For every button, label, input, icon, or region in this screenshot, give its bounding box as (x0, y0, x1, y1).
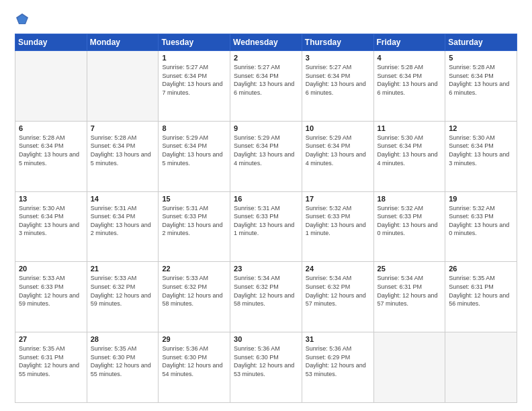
day-number: 7 (91, 124, 155, 132)
calendar-day-cell: 1Sunrise: 5:27 AM Sunset: 6:34 PM Daylig… (159, 51, 230, 122)
day-info: Sunrise: 5:29 AM Sunset: 6:34 PM Dayligh… (306, 134, 370, 167)
day-number: 21 (91, 265, 155, 273)
day-info: Sunrise: 5:27 AM Sunset: 6:34 PM Dayligh… (306, 63, 370, 97)
day-number: 6 (19, 124, 83, 132)
calendar-week-row: 20Sunrise: 5:33 AM Sunset: 6:33 PM Dayli… (15, 262, 517, 332)
day-number: 1 (162, 54, 226, 62)
day-info: Sunrise: 5:35 AM Sunset: 6:31 PM Dayligh… (449, 274, 513, 308)
calendar-week-row: 27Sunrise: 5:35 AM Sunset: 6:31 PM Dayli… (15, 332, 517, 403)
day-number: 27 (19, 335, 83, 343)
calendar-day-cell (15, 51, 87, 122)
calendar-day-cell: 2Sunrise: 5:27 AM Sunset: 6:34 PM Daylig… (230, 51, 302, 122)
calendar-day-cell: 30Sunrise: 5:36 AM Sunset: 6:30 PM Dayli… (230, 332, 302, 403)
day-info: Sunrise: 5:31 AM Sunset: 6:34 PM Dayligh… (91, 204, 155, 238)
day-info: Sunrise: 5:35 AM Sunset: 6:31 PM Dayligh… (19, 345, 83, 378)
weekday-header-cell: Tuesday (159, 34, 230, 51)
day-info: Sunrise: 5:32 AM Sunset: 6:33 PM Dayligh… (306, 204, 370, 238)
day-info: Sunrise: 5:29 AM Sunset: 6:34 PM Dayligh… (162, 134, 226, 167)
calendar-day-cell: 4Sunrise: 5:28 AM Sunset: 6:34 PM Daylig… (373, 51, 445, 122)
day-number: 8 (162, 124, 226, 132)
calendar-day-cell: 8Sunrise: 5:29 AM Sunset: 6:34 PM Daylig… (159, 121, 230, 191)
calendar-day-cell: 20Sunrise: 5:33 AM Sunset: 6:33 PM Dayli… (15, 262, 87, 332)
calendar-day-cell: 12Sunrise: 5:30 AM Sunset: 6:34 PM Dayli… (445, 121, 517, 191)
calendar-day-cell: 24Sunrise: 5:34 AM Sunset: 6:32 PM Dayli… (302, 262, 373, 332)
calendar-day-cell: 16Sunrise: 5:31 AM Sunset: 6:33 PM Dayli… (230, 191, 302, 262)
calendar-day-cell: 17Sunrise: 5:32 AM Sunset: 6:33 PM Dayli… (302, 191, 373, 262)
calendar-day-cell: 28Sunrise: 5:35 AM Sunset: 6:30 PM Dayli… (87, 332, 159, 403)
calendar-day-cell (87, 51, 159, 122)
day-info: Sunrise: 5:33 AM Sunset: 6:33 PM Dayligh… (19, 274, 83, 308)
calendar-day-cell: 13Sunrise: 5:30 AM Sunset: 6:34 PM Dayli… (15, 191, 87, 262)
day-info: Sunrise: 5:28 AM Sunset: 6:34 PM Dayligh… (449, 63, 513, 97)
day-number: 17 (306, 195, 370, 203)
weekday-header-row: SundayMondayTuesdayWednesdayThursdayFrid… (15, 34, 517, 51)
day-info: Sunrise: 5:36 AM Sunset: 6:29 PM Dayligh… (306, 345, 370, 378)
day-info: Sunrise: 5:32 AM Sunset: 6:33 PM Dayligh… (378, 204, 442, 238)
day-number: 30 (234, 335, 298, 343)
calendar-day-cell: 26Sunrise: 5:35 AM Sunset: 6:31 PM Dayli… (445, 262, 517, 332)
calendar-day-cell: 22Sunrise: 5:33 AM Sunset: 6:32 PM Dayli… (159, 262, 230, 332)
day-info: Sunrise: 5:30 AM Sunset: 6:34 PM Dayligh… (378, 134, 442, 167)
day-number: 26 (449, 265, 513, 273)
weekday-header-cell: Wednesday (230, 34, 302, 51)
calendar-day-cell: 15Sunrise: 5:31 AM Sunset: 6:33 PM Dayli… (159, 191, 230, 262)
calendar-day-cell: 19Sunrise: 5:32 AM Sunset: 6:33 PM Dayli… (445, 191, 517, 262)
day-info: Sunrise: 5:35 AM Sunset: 6:30 PM Dayligh… (91, 345, 155, 378)
day-info: Sunrise: 5:27 AM Sunset: 6:34 PM Dayligh… (234, 63, 298, 97)
calendar-day-cell: 5Sunrise: 5:28 AM Sunset: 6:34 PM Daylig… (445, 51, 517, 122)
day-info: Sunrise: 5:36 AM Sunset: 6:30 PM Dayligh… (234, 345, 298, 378)
day-info: Sunrise: 5:30 AM Sunset: 6:34 PM Dayligh… (449, 134, 513, 167)
weekday-header-cell: Friday (373, 34, 445, 51)
day-number: 4 (378, 54, 442, 62)
day-number: 20 (19, 265, 83, 273)
calendar-day-cell: 18Sunrise: 5:32 AM Sunset: 6:33 PM Dayli… (373, 191, 445, 262)
calendar-day-cell: 23Sunrise: 5:34 AM Sunset: 6:32 PM Dayli… (230, 262, 302, 332)
day-number: 2 (234, 54, 298, 62)
day-number: 5 (449, 54, 513, 62)
calendar-day-cell: 9Sunrise: 5:29 AM Sunset: 6:34 PM Daylig… (230, 121, 302, 191)
day-info: Sunrise: 5:36 AM Sunset: 6:30 PM Dayligh… (162, 345, 226, 378)
calendar-week-row: 13Sunrise: 5:30 AM Sunset: 6:34 PM Dayli… (15, 191, 517, 262)
day-number: 28 (91, 335, 155, 343)
day-number: 14 (91, 195, 155, 203)
day-info: Sunrise: 5:28 AM Sunset: 6:34 PM Dayligh… (91, 134, 155, 167)
day-number: 18 (378, 195, 442, 203)
calendar-body: 1Sunrise: 5:27 AM Sunset: 6:34 PM Daylig… (15, 51, 517, 403)
weekday-header-cell: Monday (87, 34, 159, 51)
day-info: Sunrise: 5:28 AM Sunset: 6:34 PM Dayligh… (378, 63, 442, 97)
weekday-header-cell: Sunday (15, 34, 87, 51)
day-info: Sunrise: 5:28 AM Sunset: 6:34 PM Dayligh… (19, 134, 83, 167)
day-number: 11 (378, 124, 442, 132)
day-number: 23 (234, 265, 298, 273)
calendar-day-cell: 6Sunrise: 5:28 AM Sunset: 6:34 PM Daylig… (15, 121, 87, 191)
calendar-day-cell: 31Sunrise: 5:36 AM Sunset: 6:29 PM Dayli… (302, 332, 373, 403)
day-number: 31 (306, 335, 370, 343)
day-info: Sunrise: 5:33 AM Sunset: 6:32 PM Dayligh… (91, 274, 155, 308)
calendar-day-cell: 27Sunrise: 5:35 AM Sunset: 6:31 PM Dayli… (15, 332, 87, 403)
calendar-day-cell: 21Sunrise: 5:33 AM Sunset: 6:32 PM Dayli… (87, 262, 159, 332)
day-number: 24 (306, 265, 370, 273)
calendar-day-cell: 11Sunrise: 5:30 AM Sunset: 6:34 PM Dayli… (373, 121, 445, 191)
day-info: Sunrise: 5:31 AM Sunset: 6:33 PM Dayligh… (234, 204, 298, 238)
day-number: 9 (234, 124, 298, 132)
page: SundayMondayTuesdayWednesdayThursdayFrid… (0, 0, 532, 411)
calendar-day-cell (445, 332, 517, 403)
weekday-header-cell: Thursday (302, 34, 373, 51)
day-number: 3 (306, 54, 370, 62)
logo-icon (15, 12, 30, 27)
day-info: Sunrise: 5:30 AM Sunset: 6:34 PM Dayligh… (19, 204, 83, 238)
day-info: Sunrise: 5:32 AM Sunset: 6:33 PM Dayligh… (449, 204, 513, 238)
day-number: 22 (162, 265, 226, 273)
day-info: Sunrise: 5:31 AM Sunset: 6:33 PM Dayligh… (162, 204, 226, 238)
day-info: Sunrise: 5:34 AM Sunset: 6:32 PM Dayligh… (306, 274, 370, 308)
header (15, 12, 517, 27)
calendar-day-cell: 7Sunrise: 5:28 AM Sunset: 6:34 PM Daylig… (87, 121, 159, 191)
day-number: 16 (234, 195, 298, 203)
calendar-week-row: 6Sunrise: 5:28 AM Sunset: 6:34 PM Daylig… (15, 121, 517, 191)
day-number: 10 (306, 124, 370, 132)
day-info: Sunrise: 5:34 AM Sunset: 6:31 PM Dayligh… (378, 274, 442, 308)
day-number: 19 (449, 195, 513, 203)
day-number: 15 (162, 195, 226, 203)
calendar-day-cell: 14Sunrise: 5:31 AM Sunset: 6:34 PM Dayli… (87, 191, 159, 262)
day-info: Sunrise: 5:34 AM Sunset: 6:32 PM Dayligh… (234, 274, 298, 308)
